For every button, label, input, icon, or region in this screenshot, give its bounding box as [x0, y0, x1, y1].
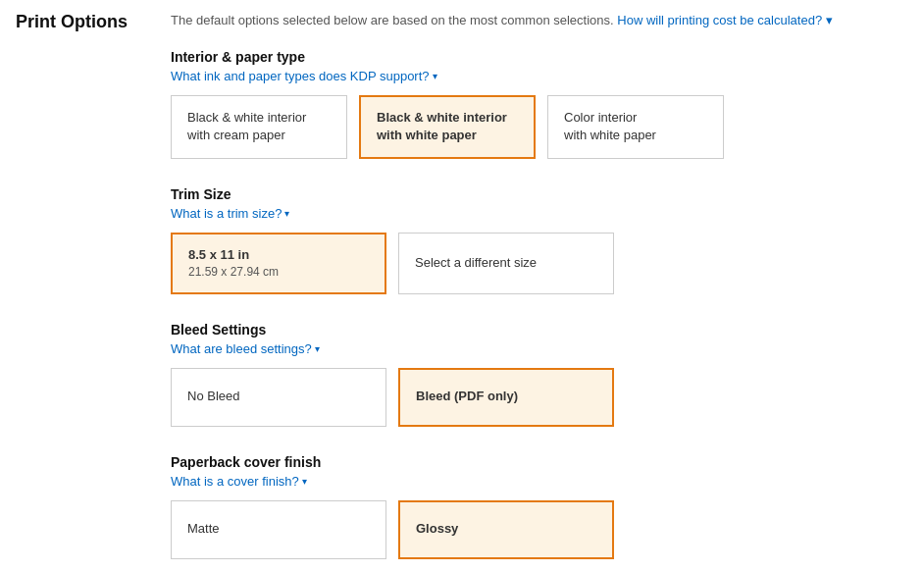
selected-trim-size[interactable]: 8.5 x 11 in 21.59 x 27.94 cm: [171, 233, 386, 294]
ink-paper-types-link[interactable]: What ink and paper types does KDP suppor…: [171, 69, 437, 83]
cover-finish-link[interactable]: What is a cover finish? ▾: [171, 474, 307, 489]
color-white-option[interactable]: Color interior with white paper: [547, 95, 724, 158]
printing-cost-link[interactable]: How will printing cost be calculated? ▾: [617, 13, 832, 27]
page-title: Print Options: [16, 12, 151, 32]
bleed-option[interactable]: Bleed (PDF only): [398, 368, 614, 427]
bw-cream-option[interactable]: Black & white interior with cream paper: [171, 95, 347, 158]
interior-paper-title: Interior & paper type: [171, 49, 908, 65]
select-different-size[interactable]: Select a different size: [398, 233, 614, 294]
cover-finish-options: Matte Glossy: [171, 500, 908, 559]
trim-size-link[interactable]: What is a trim size? ▾: [171, 206, 289, 221]
cover-finish-section: Paperback cover finish What is a cover f…: [171, 454, 908, 559]
trim-size-title: Trim Size: [171, 186, 908, 202]
trim-size-section: Trim Size What is a trim size? ▾ 8.5 x 1…: [171, 186, 908, 294]
matte-option[interactable]: Matte: [171, 500, 386, 559]
header-description: The default options selected below are b…: [171, 12, 908, 29]
glossy-option[interactable]: Glossy: [398, 500, 614, 559]
bleed-options: No Bleed Bleed (PDF only): [171, 368, 908, 427]
interior-paper-section: Interior & paper type What ink and paper…: [171, 49, 908, 158]
bw-white-option[interactable]: Black & white interior with white paper: [359, 95, 536, 158]
bleed-settings-link[interactable]: What are bleed settings? ▾: [171, 341, 320, 356]
bleed-settings-title: Bleed Settings: [171, 322, 908, 338]
no-bleed-option[interactable]: No Bleed: [171, 368, 386, 427]
cover-finish-title: Paperback cover finish: [171, 454, 908, 470]
trim-size-options: 8.5 x 11 in 21.59 x 27.94 cm Select a di…: [171, 233, 908, 294]
bleed-settings-section: Bleed Settings What are bleed settings? …: [171, 322, 908, 427]
interior-paper-options: Black & white interior with cream paper …: [171, 95, 908, 158]
